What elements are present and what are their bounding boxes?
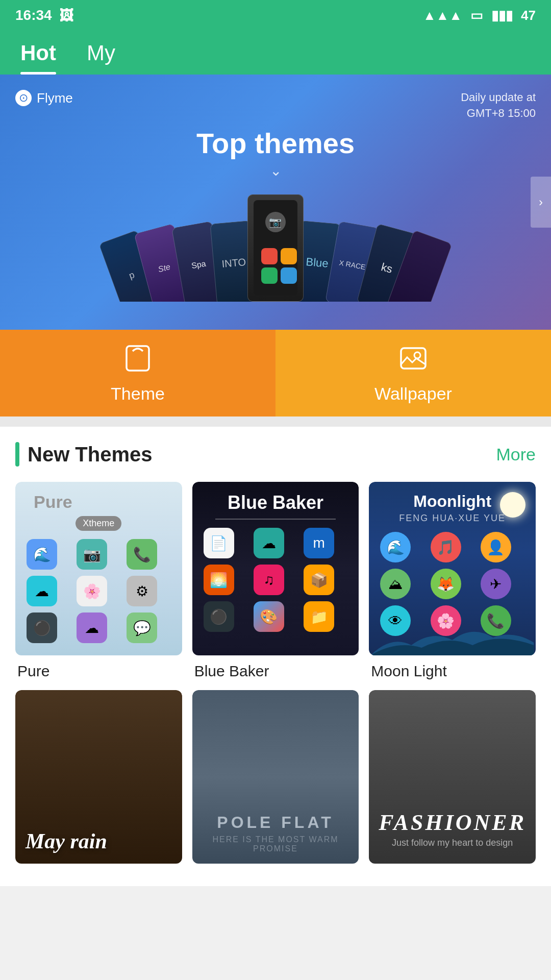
pure-badge: Xtheme <box>76 516 121 531</box>
banner-chevron-icon: ⌄ <box>270 162 282 179</box>
theme-button-label: Theme <box>111 384 165 404</box>
battery-level: 47 <box>521 8 536 23</box>
fashioner-text-wrap: FASHIONER Just follow my heart to design <box>379 810 526 848</box>
app-icon: ☁ <box>254 528 284 558</box>
tab-bar: Hot My <box>0 31 551 75</box>
app-icon: ⚫ <box>27 612 57 643</box>
time-display: 16:34 <box>15 7 52 23</box>
screen-icon: ▭ <box>470 8 483 23</box>
theme-grid-row1: Pure Xtheme 🌊 📷 📞 ☁ 🌸 ⚙ ⚫ ☁ 💬 Pure <box>15 482 536 680</box>
theme-item-pure[interactable]: Pure Xtheme 🌊 📷 📞 ☁ 🌸 ⚙ ⚫ ☁ 💬 Pure <box>15 482 182 680</box>
tab-my[interactable]: My <box>87 31 115 75</box>
app-icon: 🌊 <box>27 539 57 570</box>
theme-item-poleflat[interactable]: POLE FLAT HERE IS THE MOST WARM PROMISE <box>192 690 359 871</box>
fashioner-sub: Just follow my heart to design <box>379 838 526 848</box>
banner-phones: p Ste Spa INTO 📷 Blue X RACE ks <box>15 184 536 302</box>
pure-name: Pure <box>15 663 182 680</box>
svg-rect-1 <box>401 348 425 369</box>
ml-moon <box>500 492 525 518</box>
daily-update: Daily update atGMT+8 15:00 <box>461 90 536 121</box>
wallpaper-button-label: Wallpaper <box>374 384 452 404</box>
section-title-wrap: New Themes <box>15 442 153 467</box>
bb-icon-grid: 📄 ☁ m 🌅 ♫ 📦 ⚫ 🎨 📁 <box>201 528 351 632</box>
app-icon: 🌊 <box>380 532 411 562</box>
theme-thumb-fashioner: FASHIONER Just follow my heart to design <box>369 690 536 864</box>
phone-card-center: 📷 <box>247 194 304 302</box>
mayrain-text: May rain <box>26 829 107 853</box>
app-icon: ✈ <box>481 569 511 599</box>
theme-item-mayrain[interactable]: May rain <box>15 690 182 871</box>
app-icon: ☁ <box>77 612 107 643</box>
app-icon: ⚙ <box>127 576 157 606</box>
ml-tree-decoration <box>369 620 536 655</box>
section-header: New Themes More <box>15 442 536 467</box>
app-icon: ♫ <box>254 565 284 595</box>
app-icon: ⛰ <box>380 569 411 599</box>
app-icon: 🌅 <box>204 565 234 595</box>
theme-item-fashioner[interactable]: FASHIONER Just follow my heart to design <box>369 690 536 871</box>
app-icon: 📞 <box>127 539 157 570</box>
theme-item-moonlight[interactable]: Moonlight FENG HUA·XUE YUE 🌊 🎵 👤 ⛰ 🦊 ✈ 👁… <box>369 482 536 680</box>
app-icon: 💬 <box>127 612 157 643</box>
theme-button[interactable]: Theme <box>0 330 276 416</box>
section-gap <box>0 416 551 427</box>
action-buttons: Theme Wallpaper <box>0 330 551 416</box>
ml-subtitle: FENG HUA·XUE YUE <box>399 513 506 524</box>
theme-thumb-pure: Pure Xtheme 🌊 📷 📞 ☁ 🌸 ⚙ ⚫ ☁ 💬 <box>15 482 182 655</box>
pure-title: Pure <box>23 492 72 512</box>
battery-icon: ▮▮▮ <box>491 8 513 23</box>
tab-hot[interactable]: Hot <box>20 31 56 75</box>
app-icon: 📦 <box>304 565 334 595</box>
theme-thumb-moonlight: Moonlight FENG HUA·XUE YUE 🌊 🎵 👤 ⛰ 🦊 ✈ 👁… <box>369 482 536 655</box>
bb-divider <box>215 519 336 520</box>
theme-thumb-mayrain: May rain <box>15 690 182 864</box>
app-icon: 🎵 <box>431 532 461 562</box>
svg-point-2 <box>414 352 420 358</box>
app-icon: 🎨 <box>254 601 284 632</box>
flyme-logo: Flyme <box>15 90 73 106</box>
app-icon: ⚫ <box>204 601 234 632</box>
app-icon: 📷 <box>77 539 107 570</box>
theme-thumb-bluebaker: Blue Baker 📄 ☁ m 🌅 ♫ 📦 ⚫ 🎨 📁 <box>192 482 359 655</box>
banner-title: Top themes <box>196 127 355 160</box>
theme-thumb-poleflat: POLE FLAT HERE IS THE MOST WARM PROMISE <box>192 690 359 864</box>
wifi-icon: ▲▲▲ <box>423 8 462 23</box>
flyme-label: Flyme <box>37 90 73 106</box>
bluebaker-name: Blue Baker <box>192 663 359 680</box>
theme-item-bluebaker[interactable]: Blue Baker 📄 ☁ m 🌅 ♫ 📦 ⚫ 🎨 📁 Blue Baker <box>192 482 359 680</box>
app-icon: 👤 <box>481 532 511 562</box>
poleflat-text: POLE FLAT <box>217 813 334 832</box>
new-themes-section: New Themes More Pure Xtheme 🌊 📷 📞 ☁ 🌸 ⚙ … <box>0 427 551 886</box>
app-icon: m <box>304 528 334 558</box>
status-left: 16:34 🖼 <box>15 7 73 24</box>
status-right: ▲▲▲ ▭ ▮▮▮ 47 <box>423 8 536 23</box>
wallpaper-button[interactable]: Wallpaper <box>276 330 551 416</box>
app-icon: 📄 <box>204 528 234 558</box>
bb-title: Blue Baker <box>201 492 351 513</box>
banner-nav-arrow[interactable]: › <box>531 177 551 228</box>
flyme-icon <box>15 90 32 106</box>
banner-container: Flyme Daily update atGMT+8 15:00 Top the… <box>0 75 551 416</box>
fashioner-title: FASHIONER <box>379 810 526 836</box>
svg-rect-0 <box>127 346 149 371</box>
section-bar-indicator <box>15 442 19 467</box>
wallpaper-icon <box>398 343 429 378</box>
top-themes-banner[interactable]: Flyme Daily update atGMT+8 15:00 Top the… <box>0 75 551 330</box>
pf-text-wrap: POLE FLAT HERE IS THE MOST WARM PROMISE <box>192 813 359 853</box>
app-icon: ☁ <box>27 576 57 606</box>
theme-icon <box>122 343 153 378</box>
theme-grid-row2: May rain POLE FLAT HERE IS THE MOST WARM… <box>15 690 536 871</box>
app-icon: 📁 <box>304 601 334 632</box>
banner-top: Flyme Daily update atGMT+8 15:00 <box>15 90 536 121</box>
photo-icon: 🖼 <box>59 7 73 24</box>
pure-icon-grid: 🌊 📷 📞 ☁ 🌸 ⚙ ⚫ ☁ 💬 <box>23 539 174 643</box>
moonlight-name: Moon Light <box>369 663 536 680</box>
poleflat-subtext: HERE IS THE MOST WARM PROMISE <box>192 835 359 853</box>
app-icon: 🌸 <box>77 576 107 606</box>
status-bar: 16:34 🖼 ▲▲▲ ▭ ▮▮▮ 47 <box>0 0 551 31</box>
more-button[interactable]: More <box>496 445 536 464</box>
app-icon: 🦊 <box>431 569 461 599</box>
section-title: New Themes <box>28 443 153 466</box>
